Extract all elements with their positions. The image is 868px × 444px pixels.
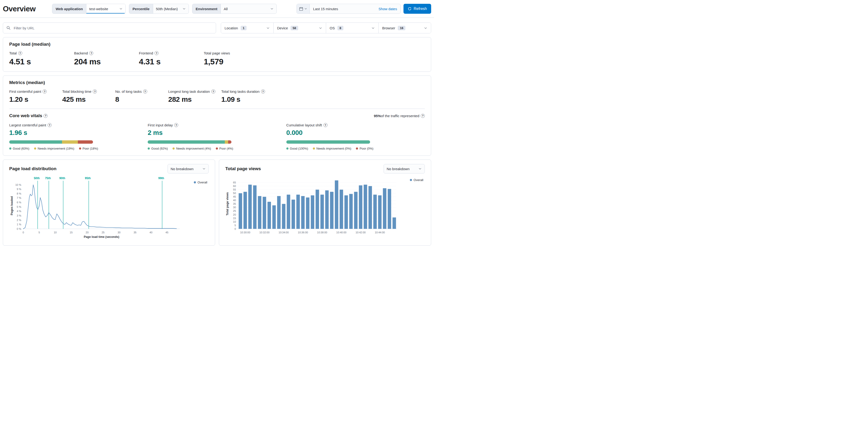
svg-text:0 %: 0 % [17, 228, 21, 230]
stat-tbt: Total blocking time 425 ms [62, 89, 115, 103]
cwv-lcp-label: Largest contentful paint [9, 123, 148, 127]
svg-text:5 %: 5 % [17, 205, 21, 208]
svg-text:8 %: 8 % [17, 192, 21, 195]
info-icon[interactable] [89, 51, 93, 55]
time-range-value[interactable]: Last 15 minutes [310, 7, 379, 11]
info-icon[interactable] [323, 123, 328, 127]
stat-tbt-label: Total blocking time [62, 89, 115, 93]
overview-page: Overview Web application test-website Pe… [0, 0, 434, 251]
stat-total-long-tasks-label: Total long tasks duration [221, 89, 274, 93]
web-application-value-text: test-website [89, 7, 108, 11]
legend-poor: Poor (4%) [216, 147, 233, 150]
chevron-down-icon [304, 7, 307, 10]
svg-text:40: 40 [150, 231, 152, 234]
refresh-button-label: Refresh [414, 7, 427, 11]
device-filter[interactable]: Device 58 [273, 23, 326, 33]
info-icon[interactable] [48, 123, 52, 127]
info-icon[interactable] [174, 123, 178, 127]
svg-text:25: 25 [102, 231, 104, 234]
poor-dot-icon [356, 147, 358, 150]
browser-count-badge: 16 [398, 26, 405, 30]
quick-select-button[interactable] [297, 4, 310, 13]
chevron-down-icon [119, 7, 123, 10]
os-count-badge: 8 [337, 26, 343, 30]
svg-text:Pages loaded: Pages loaded [10, 196, 13, 215]
browser-filter[interactable]: Browser 16 [378, 23, 431, 33]
legend-overall[interactable]: Overall [410, 178, 423, 182]
stat-backend: Backend 204 ms [74, 51, 139, 66]
info-icon[interactable] [261, 89, 265, 93]
legend-good: Good (92%) [148, 147, 168, 150]
filter-row: Location 1 Device 58 OS 8 Browser 16 [3, 23, 431, 33]
cwv-cls-label: Cumulative layout shift [286, 123, 425, 127]
svg-text:9 %: 9 % [17, 188, 21, 190]
svg-text:95th: 95th [85, 177, 91, 180]
info-icon[interactable] [42, 89, 46, 93]
svg-text:50th: 50th [34, 177, 40, 180]
search-input[interactable] [13, 26, 213, 30]
svg-text:20: 20 [86, 231, 89, 234]
stat-total-page-views: Total page views 1,579 [204, 51, 269, 66]
cwv-fid-legend: Good (92%) Needs improvement (4%) Poor (… [148, 147, 286, 150]
calendar-icon [299, 7, 303, 11]
total-page-views-chart: 0510152025303540455055606510:30:0010:32:… [225, 174, 425, 240]
url-search-box[interactable] [3, 23, 216, 33]
cwv-lcp: Largest contentful paint 1.96 s Good (63… [9, 123, 148, 150]
svg-text:90th: 90th [59, 177, 65, 180]
info-icon[interactable] [211, 89, 215, 93]
svg-text:6 %: 6 % [17, 201, 21, 204]
needs-improvement-segment [225, 140, 228, 144]
info-icon[interactable] [143, 89, 147, 93]
stat-long-tasks-value: 8 [115, 95, 168, 103]
location-filter[interactable]: Location 1 [221, 23, 273, 33]
os-filter[interactable]: OS 8 [326, 23, 378, 33]
environment-value: All [221, 4, 276, 13]
chevron-down-icon [202, 167, 206, 170]
info-icon[interactable] [18, 51, 22, 55]
stat-fcp-value: 1.20 s [9, 95, 62, 103]
good-segment [9, 140, 62, 144]
percentile-select[interactable]: Percentile 50th (Median) [129, 4, 189, 14]
web-application-select[interactable]: Web application test-website [52, 4, 126, 14]
percentile-label: Percentile [129, 4, 153, 13]
cwv-fid-bar [148, 140, 231, 144]
chart-head: Total page views No breakdown [225, 164, 425, 174]
info-icon[interactable] [93, 89, 97, 93]
environment-value-text: All [224, 7, 228, 11]
page-load-panel: Page load (median) Total 4.51 s Backend … [3, 37, 431, 72]
info-icon[interactable] [155, 51, 159, 55]
breakdown-select-page-views[interactable]: No breakdown [383, 164, 425, 174]
header: Overview Web application test-website Pe… [3, 2, 431, 17]
info-icon[interactable] [421, 114, 425, 118]
svg-text:30: 30 [233, 206, 236, 209]
breakdown-select-page-load[interactable]: No breakdown [167, 164, 209, 174]
environment-select[interactable]: Environment All [192, 4, 277, 14]
poor-dot-icon [216, 147, 218, 150]
svg-text:15: 15 [70, 231, 73, 234]
legend-overall[interactable]: Overall [194, 181, 207, 184]
stat-fcp: First contentful paint 1.20 s [9, 89, 62, 103]
cwv-metrics-row: Largest contentful paint 1.96 s Good (63… [9, 123, 425, 150]
stat-total-value: 4.51 s [9, 57, 74, 66]
svg-text:Total page views: Total page views [226, 192, 229, 216]
refresh-button[interactable]: Refresh [403, 4, 431, 14]
stat-backend-label: Backend [74, 51, 139, 55]
show-dates-link[interactable]: Show dates [379, 7, 400, 11]
svg-text:10: 10 [54, 231, 57, 234]
svg-text:10:36:00: 10:36:00 [298, 231, 308, 234]
breakdown-value-text: No breakdown [170, 167, 193, 171]
needs-improvement-segment [62, 140, 78, 144]
traffic-text: of the traffic represented [381, 114, 419, 118]
info-icon[interactable] [43, 114, 48, 118]
chart-head: Page load distribution No breakdown [9, 164, 209, 174]
stat-total-page-views-label: Total page views [204, 51, 269, 55]
svg-text:75th: 75th [45, 177, 51, 180]
svg-text:3 %: 3 % [17, 214, 21, 217]
good-dot-icon [286, 147, 288, 150]
svg-text:25: 25 [233, 209, 236, 212]
cwv-fid-value: 2 ms [148, 129, 286, 137]
good-dot-icon [148, 147, 150, 150]
chevron-down-icon [270, 7, 274, 10]
cwv-cls: Cumulative layout shift 0.000 Good (100%… [286, 123, 425, 150]
legend-label: Overall [414, 178, 423, 182]
